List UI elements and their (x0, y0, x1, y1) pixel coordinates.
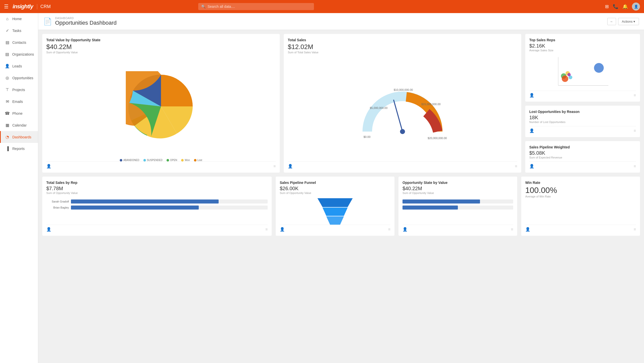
table-icon-4: ≡ (634, 129, 636, 133)
logo-text: insightly (13, 3, 33, 10)
person-icon-5: 👤 (529, 164, 534, 169)
person-icon-4: 👤 (529, 128, 534, 133)
sidebar-label-projects: Projects (12, 88, 25, 92)
gauge-svg: $0.00 $5,000,000.00 $10,000,000.00 $15,0… (355, 71, 450, 147)
scatter-chart (529, 54, 636, 91)
opp-state-subtitle: Sum of Opportunity Value (403, 191, 513, 194)
lost-opp-title: Lost Opportunities by Reason (529, 110, 636, 114)
card-pipeline-weighted: Sales Pipeline Weighted $5.08K Sum of Ex… (525, 141, 640, 173)
svg-text:$15,000,000.00: $15,000,000.00 (421, 103, 440, 106)
sidebar-label-contacts: Contacts (12, 41, 26, 45)
svg-text:$5,000,000.00: $5,000,000.00 (370, 106, 387, 109)
avatar[interactable]: 👤 (632, 3, 640, 11)
pipeline-weighted-subtitle: Sum of Expected Revenue (529, 156, 636, 159)
pipeline-weighted-title: Sales Pipeline Weighted (529, 145, 636, 149)
total-value-subtitle: Sum of Opportunity Value (46, 51, 276, 54)
card-lost-opportunities: Lost Opportunities by Reason 18K Number … (525, 106, 640, 137)
page-header: 📄 DASHBOARD Opportunities Dashboard ← Ac… (38, 13, 644, 30)
logo: insightly (13, 3, 33, 10)
sidebar-item-organizations[interactable]: ▤ Organizations (0, 48, 38, 60)
table-icon-7: ≡ (388, 227, 390, 232)
add-icon[interactable]: ⊞ (605, 4, 609, 9)
scatter-svg (529, 54, 636, 90)
bar-label-sarah: Sarah Gradolf (46, 200, 69, 203)
legend-won: Won (181, 159, 190, 162)
legend-lost: Lost (194, 159, 202, 162)
calendar-icon: ▦ (5, 123, 10, 128)
sidebar-item-calendar[interactable]: ▦ Calendar (0, 119, 38, 131)
sidebar-item-emails[interactable]: ✉ Emails (0, 96, 38, 107)
card-opp-state: Opportunity State by Value $40.22M Sum o… (398, 177, 517, 236)
app-name: CRM (37, 4, 51, 9)
opportunities-icon: ◎ (5, 75, 10, 80)
phone-icon[interactable]: 📞 (613, 4, 618, 9)
bar-chart-state (403, 199, 513, 212)
dashboard-row-2: Total Sales by Rep $7.78M Sum of Opportu… (42, 177, 640, 236)
legend-abandoned-label: ABANDONED (123, 159, 139, 162)
person-icon-3: 👤 (529, 93, 534, 98)
pie-chart (46, 56, 276, 156)
sidebar-item-tasks[interactable]: ✓ Tasks (0, 25, 38, 36)
funnel-title: Sales Pipeline Funnel (280, 181, 390, 185)
sidebar-item-reports[interactable]: ▐ Reports (0, 143, 38, 154)
svg-text:$0.00: $0.00 (364, 135, 371, 138)
win-rate-value: 100.00% (525, 186, 636, 195)
person-icon-2: 👤 (288, 164, 293, 169)
sidebar-item-dashboards[interactable]: ◔ Dashboards (0, 131, 38, 143)
card-right-stack: Top Sales Reps $2.16K Average Sales Size (525, 34, 640, 173)
person-icon-7: 👤 (280, 227, 285, 232)
sidebar-item-phone[interactable]: ☎ Phone (0, 107, 38, 119)
search-bar[interactable]: 🔍 (198, 3, 314, 10)
legend-abandoned: ABANDONED (120, 159, 139, 162)
svg-marker-17 (326, 216, 344, 225)
hamburger-icon[interactable]: ☰ (4, 4, 9, 10)
sales-rep-subtitle: Sum of Opportunity Value (46, 191, 268, 194)
total-value-amount: $40.22M (46, 43, 276, 51)
table-icon-8: ≡ (511, 227, 513, 232)
legend-suspended-label: SUSPENDED (147, 159, 163, 162)
svg-point-14 (568, 73, 571, 76)
sales-rep-value: $7.78M (46, 186, 268, 191)
svg-text:$20,000,000.00: $20,000,000.00 (428, 137, 447, 140)
sidebar-label-leads: Leads (12, 64, 22, 68)
person-icon-8: 👤 (403, 227, 408, 232)
sidebar-label-calendar: Calendar (12, 123, 27, 127)
dashboard: Total Value by Opportunity State $40.22M… (38, 30, 644, 240)
pipeline-weighted-footer: 👤 ≡ (529, 162, 636, 169)
sidebar-item-opportunities[interactable]: ◎ Opportunities (0, 72, 38, 84)
notifications-icon[interactable]: 🔔 (622, 4, 628, 9)
table-icon-2: ≡ (515, 164, 517, 169)
search-input[interactable] (208, 5, 311, 9)
reports-icon: ▐ (5, 146, 10, 151)
funnel-subtitle: Sum of Opportunity Value (280, 191, 390, 194)
sidebar-item-home[interactable]: ⌂ Home (0, 13, 38, 25)
svg-point-1 (400, 129, 405, 134)
lost-opp-subtitle: Number of Lost Opportunities (529, 120, 636, 124)
funnel-value: $26.00K (280, 186, 390, 191)
legend-won-label: Won (185, 159, 190, 162)
projects-icon: ⊤ (5, 87, 10, 92)
opp-bar-fill-1 (403, 199, 480, 204)
organizations-icon: ▤ (5, 52, 10, 57)
svg-marker-16 (323, 208, 348, 216)
table-icon-6: ≡ (265, 227, 268, 232)
sales-rep-footer: 👤 ≡ (46, 225, 268, 232)
search-icon: 🔍 (201, 5, 206, 9)
page-header-text: DASHBOARD Opportunities Dashboard (55, 17, 117, 26)
back-button[interactable]: ← (607, 18, 616, 25)
actions-button[interactable]: Actions ▾ (618, 18, 639, 25)
table-icon-5: ≡ (634, 164, 636, 169)
card-total-sales: Total Sales $12.02M Sum of Total Sales V… (284, 34, 521, 173)
sidebar-item-projects[interactable]: ⊤ Projects (0, 84, 38, 96)
card-top-sales-reps: Top Sales Reps $2.16K Average Sales Size (525, 34, 640, 102)
sidebar-item-contacts[interactable]: ▤ Contacts (0, 36, 38, 48)
page-header-actions: ← Actions ▾ (607, 18, 639, 25)
svg-marker-15 (317, 198, 353, 207)
sidebar-label-tasks: Tasks (12, 29, 21, 33)
phone-sidebar-icon: ☎ (5, 111, 10, 116)
svg-text:$10,000,000.00: $10,000,000.00 (394, 88, 413, 91)
lost-opp-footer: 👤 ≡ (529, 126, 636, 133)
sidebar-label-reports: Reports (12, 147, 25, 151)
card-funnel: Sales Pipeline Funnel $26.00K Sum of Opp… (276, 177, 394, 236)
sidebar-item-leads[interactable]: 👤 Leads (0, 60, 38, 72)
